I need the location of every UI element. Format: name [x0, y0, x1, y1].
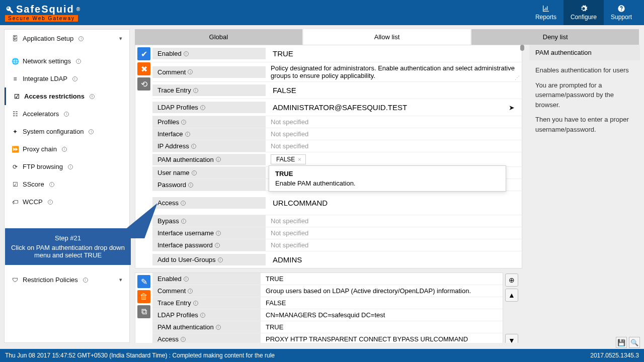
- tab-global[interactable]: Global: [135, 29, 303, 45]
- save-button[interactable]: 💾: [616, 337, 627, 348]
- sidebar-item-accel[interactable]: ☷ Accelerators i: [5, 105, 129, 123]
- tab-deny[interactable]: Deny list: [471, 29, 640, 45]
- info-icon[interactable]: i: [188, 183, 193, 188]
- tab-allow[interactable]: Allow list: [303, 29, 472, 45]
- briefcase-icon: 🗄: [12, 35, 19, 42]
- profiles-value[interactable]: Not specified: [266, 116, 522, 128]
- info-icon[interactable]: i: [216, 157, 221, 162]
- move-down-button[interactable]: ▼: [505, 334, 518, 343]
- check-icon: ☑: [13, 93, 20, 100]
- apply-button[interactable]: ✔: [137, 47, 150, 60]
- info-icon[interactable]: i: [191, 144, 196, 149]
- info-icon[interactable]: i: [184, 277, 189, 282]
- info-icon[interactable]: i: [181, 219, 186, 224]
- comment-value: Group users based on LDAP (Active direct…: [261, 285, 503, 297]
- info-icon[interactable]: i: [193, 301, 198, 306]
- sidebar-item-restriction[interactable]: 🛡 Restriction Policies i ▾: [5, 271, 129, 289]
- ldap-text: ADMINISTRATOR@SAFESQUID.TEST: [273, 103, 407, 112]
- enabled-value[interactable]: TRUE: [266, 45, 522, 62]
- info-icon[interactable]: i: [181, 201, 186, 206]
- chevron-down-icon: ▾: [119, 277, 122, 283]
- trace-value[interactable]: FALSE: [266, 82, 522, 99]
- field-label: Interface password: [157, 241, 213, 249]
- info-icon[interactable]: i: [181, 120, 186, 125]
- sidebar-item-sscore[interactable]: ☑ SScore i: [5, 175, 129, 193]
- info-icon: i: [90, 94, 95, 99]
- info-icon[interactable]: i: [216, 325, 221, 330]
- cancel-button[interactable]: ✖: [137, 62, 150, 75]
- reset-button[interactable]: ⟲: [137, 77, 150, 90]
- field-label: Add to User-Groups: [157, 256, 216, 263]
- status-text: Thu Jun 08 2017 15:47:52 GMT+0530 (India…: [5, 352, 275, 359]
- tabs: Global Allow list Deny list: [135, 29, 640, 45]
- top-nav: Reports Configure Support: [528, 0, 639, 25]
- stack-icon: ☷: [12, 111, 19, 118]
- info-icon[interactable]: i: [192, 170, 197, 175]
- enabled-value: TRUE: [261, 273, 503, 285]
- dropdown-option-true[interactable]: TRUE: [275, 170, 500, 177]
- access-value: PROXY HTTP TRANSPARENT CONNECT BYPASS UR…: [261, 333, 503, 343]
- main-scroll[interactable]: ✔ ✖ ⟲ EnablediTRUE CommentiPolicy design…: [135, 45, 524, 343]
- help-icon: [617, 5, 625, 13]
- search-button[interactable]: 🔍: [629, 337, 640, 348]
- sidebar-label: Access restrictions: [24, 93, 85, 100]
- nav-reports[interactable]: Reports: [528, 0, 564, 25]
- info-icon[interactable]: i: [188, 289, 193, 294]
- move-up-button[interactable]: ▲: [505, 289, 518, 302]
- sidebar-item-ftp[interactable]: ⟳ FTP browsing i: [5, 158, 129, 175]
- info-icon: i: [72, 76, 77, 81]
- footer-bar: Thu Jun 08 2017 15:47:52 GMT+0530 (India…: [0, 349, 644, 362]
- info-icon[interactable]: i: [185, 132, 190, 137]
- resize-icon[interactable]: ⋰: [515, 75, 520, 80]
- info-icon[interactable]: i: [184, 51, 189, 56]
- ifpass-value[interactable]: Not specified: [266, 239, 522, 251]
- info-icon: i: [68, 164, 73, 169]
- nav-configure[interactable]: Configure: [564, 0, 604, 25]
- nav-support[interactable]: Support: [604, 0, 639, 25]
- help-text: Enables authentication for users: [535, 65, 634, 75]
- sidebar-item-wccp[interactable]: 🏷 WCCP i: [5, 193, 129, 211]
- sidebar-label: Application Setup: [23, 35, 73, 42]
- addgrp-value[interactable]: ADMINS: [266, 251, 522, 268]
- ifuser-value[interactable]: Not specified: [266, 227, 522, 239]
- info-icon[interactable]: i: [193, 88, 198, 93]
- chart-icon: [542, 5, 550, 13]
- edit-button[interactable]: ✎: [137, 275, 150, 288]
- wrench-icon: [5, 5, 14, 14]
- interface-value[interactable]: Not specified: [266, 128, 522, 140]
- info-icon[interactable]: i: [188, 69, 193, 74]
- info-icon[interactable]: i: [218, 257, 223, 262]
- bypass-value[interactable]: Not specified: [266, 215, 522, 227]
- pam-dropdown-popup[interactable]: TRUE Enable PAM authentication.: [269, 165, 506, 192]
- sidebar-item-proxy[interactable]: ⏩ Proxy chain i: [5, 140, 129, 158]
- field-label: Interface username: [157, 229, 214, 237]
- send-icon[interactable]: ➤: [509, 104, 515, 112]
- sidebar-item-app-setup[interactable]: 🗄 Application Setup i ▾: [5, 30, 129, 47]
- sidebar-label: Accelerators: [23, 110, 59, 118]
- pam-dropdown[interactable]: FALSE×: [266, 152, 522, 166]
- delete-button[interactable]: 🗑: [137, 290, 150, 303]
- add-above-button[interactable]: ⊕: [505, 274, 518, 287]
- help-text: You are prompted for a username/password…: [535, 80, 634, 110]
- sidebar-label: SScore: [23, 180, 44, 188]
- ldap-value[interactable]: ADMINISTRATOR@SAFESQUID.TEST➤: [266, 99, 522, 116]
- shield-icon: 🛡: [12, 277, 19, 284]
- info-icon[interactable]: i: [215, 243, 220, 248]
- pam-tag[interactable]: FALSE×: [271, 154, 306, 164]
- sidebar-item-sysconf[interactable]: ✦ System configuration i: [5, 123, 129, 140]
- sidebar-item-ldap[interactable]: ≡ Integrate LDAP i: [5, 70, 129, 87]
- info-icon[interactable]: i: [216, 231, 221, 236]
- comment-textarea[interactable]: Policy designated for administrators. En…: [266, 62, 522, 81]
- sidebar-item-network[interactable]: 🌐 Network settings i: [5, 52, 129, 70]
- remove-icon[interactable]: ×: [298, 156, 301, 162]
- info-icon[interactable]: i: [181, 337, 186, 342]
- info-icon[interactable]: i: [200, 313, 205, 318]
- info-icon[interactable]: i: [200, 105, 205, 110]
- ip-value[interactable]: Not specified: [266, 140, 522, 152]
- clone-button[interactable]: ⧉: [137, 305, 150, 318]
- info-icon: i: [89, 129, 94, 134]
- scrollbar-thumb[interactable]: [520, 45, 524, 51]
- footer-tools: 💾 🔍: [616, 337, 640, 348]
- sidebar-item-access[interactable]: ☑ Access restrictions i: [5, 87, 129, 105]
- access-value[interactable]: URLCOMMAND: [266, 195, 522, 211]
